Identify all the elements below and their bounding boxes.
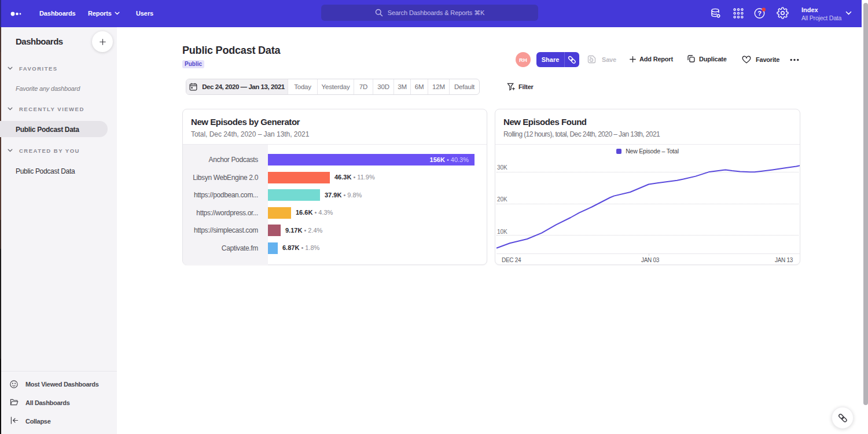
svg-text:?: ? [757, 10, 762, 17]
